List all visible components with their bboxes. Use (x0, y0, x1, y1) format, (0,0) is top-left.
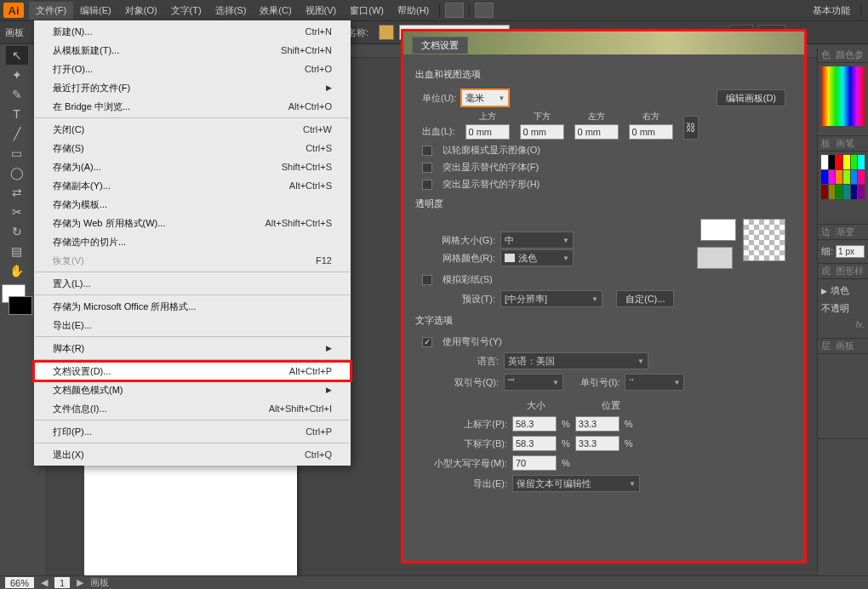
edit-artboards-button[interactable]: 编辑画板(D) (717, 89, 785, 106)
artboard-tab[interactable]: 画板 (5, 26, 24, 39)
highlight-glyphs-checkbox[interactable] (422, 180, 432, 190)
file-menu-item[interactable]: 存储为模板... (34, 195, 351, 214)
arrange-icon[interactable] (475, 3, 494, 18)
panel-tab[interactable]: 颜色参 (836, 49, 864, 61)
file-menu-item[interactable]: 文件信息(I)...Alt+Shift+Ctrl+I (34, 399, 351, 418)
highlight-fonts-checkbox[interactable] (422, 163, 432, 173)
subscript-size-field[interactable]: 58.3 (512, 436, 557, 451)
export-select[interactable]: 保留文本可编辑性▼ (512, 475, 640, 492)
menu-编辑(E)[interactable]: 编辑(E) (73, 2, 118, 20)
file-menu-item[interactable]: 打印(P)...Ctrl+P (34, 422, 351, 441)
file-menu-item[interactable]: 存储选中的切片... (34, 232, 351, 251)
menu-文字(T)[interactable]: 文字(T) (164, 2, 208, 20)
menu-对象(O)[interactable]: 对象(O) (118, 2, 164, 20)
grid-size-select[interactable]: 中▼ (500, 232, 574, 249)
stroke-color[interactable] (9, 296, 32, 315)
subscript-pos-field[interactable]: 33.3 (575, 436, 620, 451)
tool-1[interactable]: ✦ (6, 66, 28, 84)
file-menu-item[interactable]: 脚本(R) (34, 339, 351, 357)
language-select[interactable]: 英语：美国▼ (504, 352, 648, 369)
bleed-top-field[interactable]: 0 mm (465, 124, 510, 140)
tool-6[interactable]: ◯ (6, 163, 28, 182)
tool-11[interactable]: ✋ (6, 261, 28, 280)
file-menu-item[interactable]: 存储为(A)...Shift+Ctrl+S (34, 157, 351, 176)
file-menu-item[interactable]: 存储为 Microsoft Office 所用格式... (34, 297, 351, 316)
fill-stroke-indicator[interactable] (2, 284, 32, 315)
single-quotes-select[interactable]: ‘’▼ (625, 374, 684, 391)
file-menu-item[interactable]: 存储(S)Ctrl+S (34, 139, 351, 157)
tool-0[interactable]: ↖ (6, 46, 28, 65)
file-menu-item[interactable]: 存储为 Web 所用格式(W)...Alt+Shift+Ctrl+S (34, 214, 351, 232)
panel-tab[interactable]: 边 (821, 226, 831, 238)
grid-color-select[interactable]: 浅色▼ (500, 249, 574, 266)
zoom-level[interactable]: 66% (5, 577, 34, 588)
menu-文件(F)[interactable]: 文件(F) (29, 2, 73, 20)
menu-视图(V)[interactable]: 视图(V) (299, 2, 344, 20)
link-bleed-icon[interactable]: ⛓ (683, 116, 699, 140)
transparency-swatch-gray[interactable] (697, 247, 733, 269)
file-menu-item[interactable]: 存储副本(Y)...Alt+Ctrl+S (34, 176, 351, 195)
file-menu-item[interactable]: 文档颜色模式(M) (34, 380, 351, 399)
file-menu-item[interactable]: 文档设置(D)...Alt+Ctrl+P (34, 362, 351, 380)
file-menu-item[interactable]: 打开(O)...Ctrl+O (34, 60, 351, 78)
units-select[interactable]: 毫米▼ (461, 89, 509, 106)
panel-tab[interactable]: 渐变 (836, 226, 854, 238)
superscript-size-field[interactable]: 58.3 (512, 416, 557, 432)
simulate-paper-label: 模拟彩纸(S) (443, 273, 493, 286)
bleed-bottom-field[interactable]: 0 mm (520, 124, 564, 140)
tool-3[interactable]: T (6, 105, 28, 123)
bleed-left-label: 左方 (588, 111, 605, 123)
file-menu-item[interactable]: 最近打开的文件(F) (34, 78, 351, 97)
dialog-titlebar[interactable]: 文档设置 (403, 31, 804, 54)
file-menu-item[interactable]: 新建(N)...Ctrl+N (34, 22, 351, 41)
bleed-label: 出血(L): (422, 125, 455, 138)
smallcaps-field[interactable]: 70 (512, 455, 557, 471)
custom-button[interactable]: 自定(C)... (616, 290, 674, 307)
highlight-fonts-label: 突出显示替代的字体(F) (443, 161, 539, 174)
panel-tab[interactable]: 色 (821, 49, 831, 61)
curly-quotes-checkbox[interactable] (422, 337, 432, 347)
stroke-weight-field[interactable]: 1 px (836, 245, 865, 258)
panel-tab[interactable]: 观 (821, 265, 831, 277)
color-spectrum[interactable] (821, 66, 865, 126)
artboard-preset-icon[interactable] (379, 25, 394, 40)
simulate-paper-checkbox[interactable] (422, 275, 432, 285)
menu-窗口(W)[interactable]: 窗口(W) (343, 2, 391, 20)
preset-select[interactable]: [中分辨率]▼ (500, 290, 602, 307)
panel-tab[interactable]: 画笔 (836, 137, 854, 150)
tool-2[interactable]: ✎ (6, 85, 28, 104)
tool-8[interactable]: ✂ (6, 203, 28, 221)
panel-tab[interactable]: 板 (821, 137, 831, 150)
double-quotes-select[interactable]: “”▼ (504, 374, 563, 391)
tool-7[interactable]: ⇄ (6, 183, 28, 202)
file-menu-item[interactable]: 关闭(C)Ctrl+W (34, 120, 351, 139)
artboard-number[interactable]: 1 (54, 577, 70, 588)
tool-10[interactable]: ▤ (6, 242, 28, 260)
transparency-swatch-white[interactable] (700, 219, 736, 241)
menu-效果(C)[interactable]: 效果(C) (253, 2, 298, 20)
menu-选择(S)[interactable]: 选择(S) (208, 2, 254, 20)
bridge-icon[interactable] (445, 3, 464, 18)
single-quotes-label: 单引号(I): (580, 376, 620, 389)
swatches-grid[interactable] (821, 155, 865, 199)
divider (860, 3, 861, 17)
panel-tab[interactable]: 层 (821, 340, 831, 352)
file-menu-item[interactable]: 置入(L)... (34, 274, 351, 293)
file-menu-item[interactable]: 退出(X)Ctrl+Q (34, 445, 351, 464)
panel-tab[interactable]: 图形样 (836, 265, 864, 277)
tool-4[interactable]: ╱ (6, 124, 28, 143)
bleed-right-label: 右方 (642, 111, 660, 123)
fill-row-label: 填色 (831, 284, 849, 297)
outline-mode-checkbox[interactable] (422, 146, 432, 156)
menu-帮助(H)[interactable]: 帮助(H) (391, 2, 436, 20)
file-menu-item[interactable]: 导出(E)... (34, 316, 351, 335)
tool-9[interactable]: ↻ (6, 222, 28, 241)
superscript-pos-field[interactable]: 33.3 (575, 416, 620, 432)
panel-tab[interactable]: 画板 (836, 340, 854, 352)
bleed-right-field[interactable]: 0 mm (629, 124, 673, 140)
file-menu-item[interactable]: 在 Bridge 中浏览...Alt+Ctrl+O (34, 97, 351, 116)
tool-5[interactable]: ▭ (6, 144, 28, 163)
file-menu-item[interactable]: 从模板新建(T)...Shift+Ctrl+N (34, 41, 351, 60)
workspace-switcher[interactable]: 基本功能 (806, 2, 857, 20)
bleed-left-field[interactable]: 0 mm (574, 124, 619, 140)
